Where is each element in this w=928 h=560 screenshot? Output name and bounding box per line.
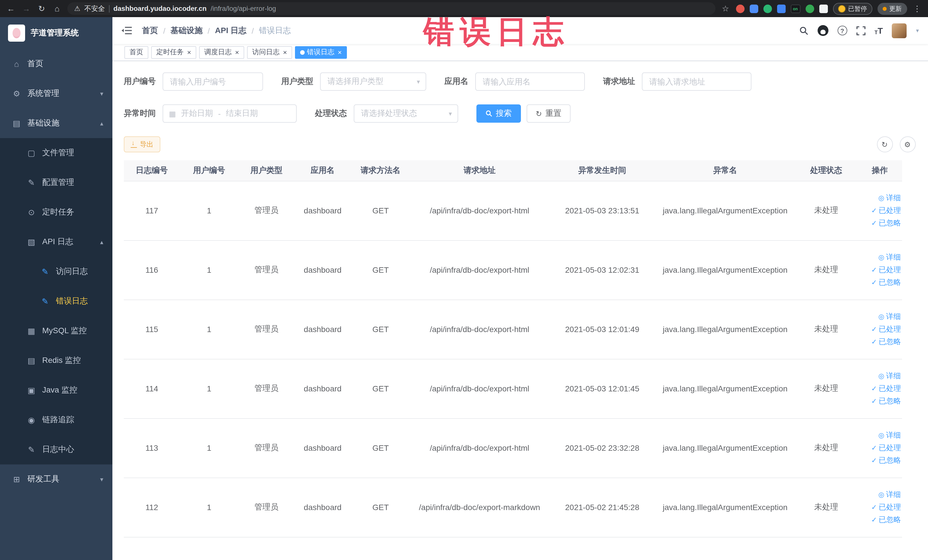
mark-processed-link[interactable]: 已处理 (871, 323, 901, 336)
detail-link[interactable]: 详细 (878, 370, 901, 382)
extension-icon-2[interactable] (749, 4, 758, 13)
extension-icon-1[interactable] (736, 4, 744, 13)
github-icon[interactable] (818, 25, 829, 36)
mark-ignored-link[interactable]: 已忽略 (871, 454, 901, 467)
browser-home-icon[interactable]: ⌂ (52, 4, 62, 13)
export-button[interactable]: 导出 (124, 136, 160, 153)
sidebar-item-files[interactable]: ▢ 文件管理 (0, 138, 112, 168)
sidebar-item-api-log[interactable]: ▧ API 日志 (0, 227, 112, 257)
mark-ignored-link[interactable]: 已忽略 (871, 336, 901, 348)
close-icon[interactable] (235, 49, 239, 56)
column-header[interactable]: 异常发生时间 (549, 160, 656, 181)
request-url-input[interactable] (642, 72, 751, 91)
tab[interactable]: 调度日志 (199, 46, 244, 58)
mark-processed-link[interactable]: 已处理 (871, 442, 901, 454)
process-status-select[interactable]: 请选择处理状态 (354, 104, 458, 123)
fullscreen-icon[interactable] (856, 26, 865, 35)
cell-app-name: dashboard (295, 299, 351, 359)
kebab-menu-icon[interactable]: ⋮ (912, 4, 922, 13)
breadcrumb-home[interactable]: 首页 (142, 25, 158, 36)
close-icon[interactable] (283, 49, 287, 56)
reset-button[interactable]: 重置 (527, 104, 571, 123)
reload-icon[interactable]: ↻ (37, 4, 47, 13)
extension-icon-4[interactable] (777, 4, 785, 13)
bookmark-star-icon[interactable]: ☆ (720, 4, 731, 13)
mark-ignored-link[interactable]: 已忽略 (871, 276, 901, 289)
column-header[interactable]: 操作 (858, 160, 902, 181)
column-header[interactable]: 用户编号 (180, 160, 238, 181)
detail-link[interactable]: 详细 (878, 192, 901, 204)
tab[interactable]: 错误日志 (295, 46, 347, 58)
sidebar-item-scheduler[interactable]: ⊙ 定时任务 (0, 197, 112, 227)
logo[interactable]: 芋道管理系统 (0, 17, 112, 49)
sidebar-item-trace[interactable]: ◉ 链路追踪 (0, 405, 112, 435)
profile-paused-badge[interactable]: 已暂停 (833, 3, 872, 15)
sidebar-item-access-log[interactable]: ✎ 访问日志 (0, 257, 112, 287)
user-type-placeholder: 请选择用户类型 (328, 76, 383, 87)
extension-icon-7[interactable] (819, 4, 827, 13)
url-path: /infra/log/api-error-log (211, 5, 276, 12)
extension-icon-3[interactable] (763, 4, 772, 13)
detail-link[interactable]: 详细 (878, 310, 901, 323)
caret-down-icon[interactable]: ▾ (916, 27, 919, 34)
column-header[interactable]: 请求地址 (410, 160, 549, 181)
breadcrumb-api-log[interactable]: API 日志 (215, 25, 246, 36)
home-icon: ⌂ (11, 60, 22, 69)
sidebar-item-java[interactable]: ▣ Java 监控 (0, 375, 112, 405)
close-icon[interactable] (338, 49, 342, 56)
refresh-button[interactable]: ↻ (877, 136, 893, 153)
tab[interactable]: 访问日志 (247, 46, 292, 58)
user-id-input[interactable] (163, 72, 263, 91)
column-header[interactable]: 异常名 (656, 160, 795, 181)
breadcrumb-infrastructure[interactable]: 基础设施 (171, 25, 203, 36)
font-size-icon[interactable] (875, 26, 883, 35)
mark-processed-link[interactable]: 已处理 (871, 382, 901, 395)
tab[interactable]: 定时任务 (151, 46, 196, 58)
forward-icon[interactable]: → (21, 4, 31, 13)
column-header[interactable]: 请求方法名 (351, 160, 410, 181)
app-name-input[interactable] (475, 72, 585, 91)
sidebar-item-log-center[interactable]: ✎ 日志中心 (0, 435, 112, 464)
detail-link[interactable]: 详细 (878, 488, 901, 501)
sidebar-item-infra[interactable]: ▤ 基础设施 (0, 108, 112, 138)
sidebar-item-mysql[interactable]: ▦ MySQL 监控 (0, 316, 112, 346)
column-header[interactable]: 日志编号 (124, 160, 180, 181)
mark-processed-link[interactable]: 已处理 (871, 204, 901, 217)
user-type-select[interactable]: 请选择用户类型 (320, 72, 426, 91)
sidebar-item-label: 日志中心 (42, 444, 74, 455)
address-bar[interactable]: ⚠ 不安全 dashboard.yudao.iocoder.cn/infra/l… (67, 2, 715, 15)
column-header[interactable]: 用户类型 (238, 160, 295, 181)
mark-ignored-link[interactable]: 已忽略 (871, 217, 901, 229)
extension-icon-5[interactable]: on (791, 4, 800, 13)
column-header[interactable]: 应用名 (295, 160, 351, 181)
sidebar-item-redis[interactable]: ▤ Redis 监控 (0, 346, 112, 375)
hamburger-icon[interactable] (122, 25, 133, 36)
sidebar-item-dev-tools[interactable]: ⊞ 研发工具 (0, 464, 112, 494)
sidebar-item-error-log[interactable]: ✎ 错误日志 (0, 287, 112, 316)
back-icon[interactable]: ← (6, 4, 16, 13)
tab[interactable]: 首页 (124, 46, 148, 58)
detail-link[interactable]: 详细 (878, 251, 901, 264)
sidebar-item-config[interactable]: ✎ 配置管理 (0, 168, 112, 197)
search-button[interactable]: 搜索 (476, 104, 521, 123)
mark-ignored-link[interactable]: 已忽略 (871, 514, 901, 526)
sidebar-item-system[interactable]: ⚙ 系统管理 (0, 79, 112, 108)
help-icon[interactable] (838, 26, 847, 35)
mark-processed-link[interactable]: 已处理 (871, 501, 901, 514)
detail-link[interactable]: 详细 (878, 429, 901, 442)
not-secure-warning-icon[interactable]: ⚠ (74, 5, 81, 12)
column-header[interactable]: 处理状态 (795, 160, 858, 181)
chrome-update-button[interactable]: 更新 (877, 3, 907, 15)
eye-icon (878, 251, 884, 264)
sidebar-item-home[interactable]: ⌂ 首页 (0, 49, 112, 79)
reset-icon (536, 109, 542, 118)
date-range-picker[interactable]: 开始日期 - 结束日期 (163, 104, 297, 123)
extension-icon-6[interactable] (805, 4, 814, 13)
mark-processed-link[interactable]: 已处理 (871, 264, 901, 276)
mark-ignored-link[interactable]: 已忽略 (871, 395, 901, 407)
close-icon[interactable] (187, 49, 191, 56)
search-icon[interactable] (799, 26, 809, 35)
column-settings-button[interactable]: ⚙ (899, 136, 916, 153)
detail-label: 详细 (886, 192, 901, 204)
user-avatar[interactable] (892, 23, 907, 38)
